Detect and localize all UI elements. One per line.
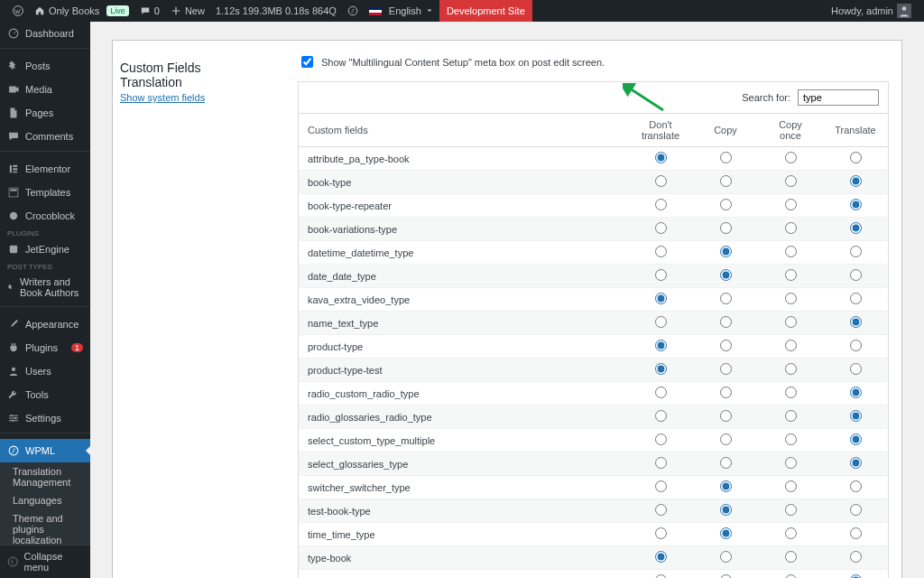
live-badge: Live — [106, 5, 129, 16]
chevron-down-icon — [425, 6, 434, 15]
avatar-icon — [897, 4, 911, 18]
howdy-user[interactable]: Howdy, admin — [826, 0, 917, 22]
flag-icon — [369, 7, 382, 15]
admin-bar: Only Books Live 0 New 1.12s 199.3MB 0.18… — [0, 0, 924, 22]
language-switcher[interactable]: English — [364, 0, 439, 22]
comment-icon — [140, 5, 151, 16]
svg-point-3 — [902, 6, 907, 11]
plus-icon — [171, 5, 181, 16]
svg-point-0 — [14, 6, 23, 16]
wp-logo[interactable] — [7, 0, 29, 22]
site-name[interactable]: Only Books Live — [29, 0, 134, 22]
new-label: New — [185, 5, 205, 16]
new-content[interactable]: New — [165, 0, 210, 22]
perf-stats[interactable]: 1.12s 199.3MB 0.18s 864Q — [210, 0, 342, 22]
wpml-logo-bar[interactable] — [342, 0, 364, 22]
howdy-text: Howdy, admin — [831, 5, 893, 16]
home-icon — [34, 5, 45, 16]
site-name-text: Only Books — [49, 5, 99, 16]
development-site-badge[interactable]: Development Site — [439, 0, 532, 22]
language-label: English — [389, 5, 421, 16]
comments-bubble[interactable]: 0 — [134, 0, 165, 22]
comments-count: 0 — [154, 5, 160, 16]
